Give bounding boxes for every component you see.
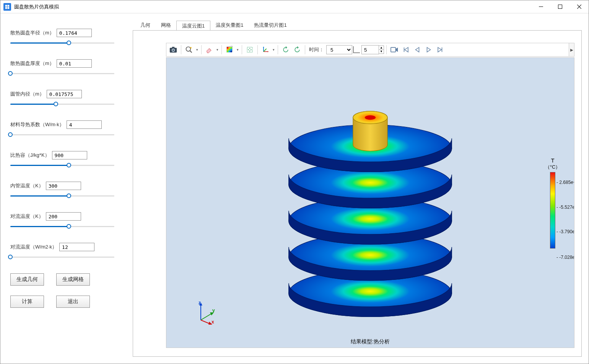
- svg-rect-2: [172, 47, 175, 49]
- axes-icon[interactable]: [260, 44, 271, 55]
- view-toolbar: ▾ ▾ ▾: [166, 43, 574, 57]
- legend-tick: - -7.028e+01: [556, 255, 574, 260]
- param-slider-6[interactable]: [10, 223, 119, 230]
- legend-unit: （°C）: [537, 164, 569, 171]
- svg-rect-0: [558, 5, 562, 9]
- axis-z-label: z: [199, 300, 201, 306]
- param-slider-0[interactable]: [10, 39, 119, 46]
- param-input-3[interactable]: [67, 120, 102, 129]
- param-input-0[interactable]: [57, 29, 92, 37]
- anim-prev-icon[interactable]: [412, 44, 423, 55]
- legend-tick: - -5.527e+00: [556, 205, 574, 210]
- param-label: 材料导热系数（W/m·k）: [10, 121, 64, 128]
- param-slider-7[interactable]: [10, 253, 119, 260]
- tab-geo[interactable]: 几何: [135, 20, 156, 30]
- param-label: 内管温度（K）: [10, 182, 44, 189]
- app-icon: [3, 3, 11, 11]
- generate-geometry-button[interactable]: 生成几何: [10, 273, 44, 286]
- param-slider-3[interactable]: [10, 131, 119, 138]
- titlebar: 圆盘散热片仿真模拟: [0, 0, 589, 13]
- svg-point-24: [365, 115, 376, 120]
- tab-mesh[interactable]: 网格: [156, 20, 176, 30]
- client-area: 散热圆盘半径（m） 散热圆盘厚度（m） 圆管内径（m） 材料导热系数（W/m: [0, 13, 589, 364]
- time-label: 时间：: [309, 46, 324, 53]
- parameters-panel: 散热圆盘半径（m） 散热圆盘厚度（m） 圆管内径（m） 材料导热系数（W/m: [7, 20, 122, 357]
- thermal-scene: [166, 58, 574, 348]
- svg-rect-9: [230, 47, 232, 49]
- param-input-1[interactable]: [57, 59, 92, 68]
- angle-icon: [353, 46, 360, 53]
- svg-rect-7: [227, 47, 229, 49]
- generate-mesh-button[interactable]: 生成网格: [56, 273, 90, 286]
- svg-point-4: [172, 49, 174, 51]
- legend-title: T: [537, 157, 569, 164]
- legend-tick: - 2.685e+01: [556, 180, 574, 185]
- toolbar-overflow[interactable]: ▶: [569, 43, 574, 56]
- axes-dropdown[interactable]: ▾: [272, 48, 275, 52]
- exit-button[interactable]: 退出: [56, 296, 90, 308]
- param-input-2[interactable]: [47, 90, 82, 98]
- erase-dropdown[interactable]: ▾: [215, 48, 219, 52]
- param-label: 圆管内径（m）: [10, 91, 44, 98]
- anim-record-icon[interactable]: [389, 44, 400, 55]
- time-step-input[interactable]: [361, 45, 379, 54]
- zoom-icon[interactable]: [184, 44, 194, 55]
- colormap-icon[interactable]: [224, 44, 235, 55]
- stepper-up[interactable]: ▲: [379, 46, 384, 50]
- legend-colorbar: [550, 172, 555, 249]
- tab-fluxcut[interactable]: 热流量切片图1: [249, 20, 292, 30]
- param-input-4[interactable]: [52, 151, 87, 159]
- svg-rect-17: [391, 47, 396, 52]
- window-title: 圆盘散热片仿真模拟: [14, 3, 59, 10]
- rotate-cw-icon[interactable]: [292, 44, 303, 55]
- param-slider-2[interactable]: [10, 101, 119, 107]
- tab-bar: 几何网格温度云图1温度矢量图1热流量切片图1: [133, 20, 582, 30]
- time-select[interactable]: 5: [326, 45, 352, 54]
- svg-line-27: [201, 313, 212, 320]
- param-input-7[interactable]: [59, 243, 94, 251]
- param-slider-4[interactable]: [10, 162, 119, 169]
- stepper-down[interactable]: ▼: [379, 50, 384, 54]
- app-window: 圆盘散热片仿真模拟 散热圆盘半径（m） 散热圆盘厚: [0, 0, 589, 364]
- colormap-dropdown[interactable]: ▾: [236, 48, 239, 52]
- move-icon[interactable]: [244, 44, 255, 55]
- svg-rect-10: [227, 49, 229, 51]
- svg-rect-12: [230, 49, 232, 51]
- axis-y-label: y: [212, 308, 215, 313]
- param-label: 对流温度（K）: [10, 213, 44, 220]
- erase-icon[interactable]: [204, 44, 215, 55]
- param-input-5[interactable]: [46, 182, 81, 190]
- result-caption: 结果模型:热分析: [166, 338, 574, 345]
- viewport-3d[interactable]: T （°C） - 2.685e+01- -5.527e+00- -3.790e+…: [166, 57, 574, 348]
- snapshot-icon[interactable]: [168, 44, 179, 55]
- param-label: 散热圆盘半径（m）: [10, 29, 54, 36]
- maximize-button[interactable]: [550, 0, 569, 13]
- param-slider-1[interactable]: [10, 70, 119, 77]
- svg-line-29: [201, 320, 210, 324]
- axis-x-label: x: [212, 319, 214, 325]
- close-button[interactable]: [569, 0, 589, 13]
- zoom-dropdown[interactable]: ▾: [195, 48, 199, 52]
- window-controls: [531, 0, 589, 13]
- param-label: 比热容（J/kg*K）: [10, 152, 50, 159]
- tab-tcloud[interactable]: 温度云图1: [176, 21, 210, 31]
- svg-rect-8: [229, 47, 231, 49]
- svg-rect-11: [229, 49, 231, 51]
- svg-rect-13: [227, 50, 229, 52]
- compute-button[interactable]: 计算: [10, 296, 44, 308]
- svg-point-5: [186, 47, 191, 52]
- main-panel: 几何网格温度云图1温度矢量图1热流量切片图1 ▾ ▾: [133, 20, 582, 357]
- canvas-frame: ▾ ▾ ▾: [133, 30, 582, 357]
- anim-next-icon[interactable]: [423, 44, 434, 55]
- anim-first-icon[interactable]: [400, 44, 411, 55]
- param-input-6[interactable]: [46, 212, 81, 221]
- orientation-triad: z y x: [193, 302, 216, 325]
- anim-last-icon[interactable]: [435, 44, 446, 55]
- rotate-ccw-icon[interactable]: [280, 44, 291, 55]
- minimize-button[interactable]: [531, 0, 550, 13]
- param-slider-5[interactable]: [10, 192, 119, 199]
- tab-tvec[interactable]: 温度矢量图1: [210, 20, 249, 30]
- param-label: 散热圆盘厚度（m）: [10, 60, 54, 67]
- svg-rect-14: [229, 50, 231, 52]
- svg-rect-15: [230, 50, 232, 52]
